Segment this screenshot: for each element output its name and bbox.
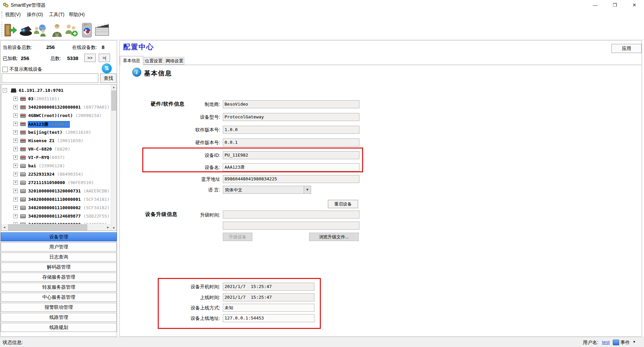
menu-view[interactable]: 视图(V) [5, 12, 21, 18]
tree-row[interactable]: + 27211151050000 (96FE0510) [1, 179, 111, 186]
apply-button[interactable]: 应用 [611, 44, 642, 53]
upgrade-file-field[interactable] [223, 222, 359, 230]
tree-row[interactable]: + 03(20031161) [1, 95, 111, 103]
upgrade-device-button[interactable]: 升级设备 [223, 233, 252, 241]
event-chevron-down-icon[interactable]: ▾ [633, 340, 635, 344]
sw-version-field[interactable]: 1.0.0 [223, 126, 359, 134]
exit-icon[interactable] [3, 22, 17, 38]
bluetooth-field[interactable]: 89860448041980834225 [223, 175, 359, 183]
tree-row-root[interactable]: − 61.191.27.18:9701 [1, 87, 111, 94]
expand-icon[interactable]: + [13, 138, 18, 143]
count-value: 5338 [67, 55, 78, 61]
tree-row[interactable]: + bai (23996128) [1, 162, 111, 170]
tree-row[interactable]: + beijing(test) (20011610) [1, 129, 111, 136]
video-camera-icon[interactable] [18, 22, 33, 38]
online-addr-field[interactable]: 127.0.0.1:54453 [223, 314, 314, 322]
menu-tools[interactable]: 工具(T) [49, 12, 64, 18]
sidebar-item-user-mgmt[interactable]: 用户管理 [1, 242, 117, 251]
load-more-button[interactable]: >> [84, 54, 96, 62]
maximize-button[interactable]: ❐ [605, 0, 625, 10]
tree-row[interactable]: + 34020000001124609877 (5DD22F55) [1, 213, 111, 220]
tab-location-settings[interactable]: 位置设置 [144, 57, 163, 65]
boot-time-field[interactable]: 2021/1/7 15:25:47 [223, 283, 314, 291]
tab-basic-info[interactable]: 基本信息 [120, 56, 143, 65]
expand-icon[interactable]: + [13, 214, 18, 218]
minimize-button[interactable]: — [586, 0, 605, 10]
language-select[interactable]: 简体中文 ▼ [223, 186, 311, 194]
tree-hscrollbar[interactable]: ◄ ► [1, 224, 111, 231]
expand-icon[interactable]: + [13, 97, 18, 101]
expand-icon[interactable]: + [13, 206, 18, 210]
total-devices-label: 当前设备总数: [3, 45, 32, 51]
tree-row[interactable]: + Hisense Z1 (20011659) [1, 137, 111, 144]
hide-offline-checkbox[interactable] [2, 67, 8, 72]
tree-row[interactable]: + 34020000001320000001 (69779A01) [1, 104, 111, 111]
hw-version-field[interactable]: 0.0.1 [223, 138, 359, 147]
collapse-icon[interactable]: − [3, 88, 7, 93]
expand-icon[interactable]: + [13, 155, 18, 160]
device-tree: − 61.191.27.18:9701 + 03(20031161) + 340… [1, 84, 117, 231]
users-globe-icon[interactable] [33, 22, 48, 38]
sidebar-item-alarm-linkage-mgmt[interactable]: 报警联动管理 [1, 303, 117, 312]
chevron-down-icon[interactable]: ▼ [304, 186, 311, 193]
sw-version-label: 软件版本号: [141, 126, 220, 133]
online-mode-field[interactable]: 未知 [223, 304, 314, 312]
sidebar-item-forward-server-mgmt[interactable]: 转发服务器管理 [1, 283, 117, 292]
tree-row-selected[interactable]: + AAA123唐(11E982) [1, 120, 111, 128]
clapperboard-icon[interactable] [94, 22, 110, 38]
menu-operate[interactable]: 操作(O) [27, 12, 43, 18]
tree-row[interactable]: + 2252931924 (86490354) [1, 171, 111, 178]
upgrade-time-field[interactable] [223, 211, 359, 219]
sidebar-item-decoder-mgmt[interactable]: 解码器管理 [1, 263, 117, 272]
scroll-down-icon[interactable]: ▼ [111, 226, 116, 230]
scroll-right-icon[interactable]: ► [106, 226, 110, 229]
expand-icon[interactable]: + [13, 180, 18, 185]
expand-icon[interactable]: + [13, 130, 18, 134]
online-time-field[interactable]: 2021/1/7 15:25:47 [223, 293, 314, 301]
tree-row[interactable]: + 4GBWC(root)(root) (20098234) [1, 112, 111, 119]
manufacturer-field[interactable]: BesoVideo [223, 100, 359, 108]
expand-icon[interactable]: + [13, 197, 18, 201]
user-icon[interactable] [50, 22, 64, 38]
username-link[interactable]: test [602, 340, 610, 345]
expand-icon[interactable]: + [13, 122, 18, 126]
expand-icon[interactable]: + [13, 189, 18, 193]
tab-network-settings[interactable]: 网络设置 [165, 57, 184, 65]
sidebar-item-line-planning[interactable]: 线路规划 [1, 323, 117, 332]
bluetooth-label: 蓝牙地址 [141, 176, 220, 182]
expand-icon[interactable]: + [13, 105, 18, 109]
restart-device-button[interactable]: 重启设备 [328, 200, 358, 208]
menu-help[interactable]: 帮助(H) [69, 12, 85, 18]
load-all-button[interactable]: >| [99, 54, 110, 62]
tree-row[interactable]: + 34020000001110000001 (5CF34181) [1, 196, 111, 203]
tree-row[interactable]: + 34020000001110000002 (5CF34182) [1, 204, 111, 212]
scroll-left-icon[interactable]: ◄ [2, 226, 7, 229]
hscroll-thumb[interactable] [8, 224, 87, 230]
sidebar-item-log-query[interactable]: 日志查询 [1, 252, 117, 262]
tree-vscrollbar[interactable]: ▲ ▼ [111, 84, 116, 231]
sidebar-item-device-mgmt[interactable]: 设备管理 [1, 232, 117, 241]
search-button[interactable]: 查找 [100, 73, 116, 83]
expand-icon[interactable]: + [13, 113, 18, 118]
close-button[interactable]: ✕ [625, 0, 644, 10]
smarteye-viewer-icon[interactable] [80, 22, 94, 38]
tree-row[interactable]: + VH-C-6820 (6820) [1, 146, 111, 153]
expand-icon[interactable]: + [13, 147, 18, 151]
tree-row-partial[interactable]: + 34020000001400000000 (644FE92) [1, 221, 111, 224]
expand-icon[interactable]: + [13, 172, 18, 176]
tree-row[interactable]: + 32010000001320000731 (AAEE9CDB) [1, 187, 111, 195]
sidebar-item-storage-server-mgmt[interactable]: 存储服务器管理 [1, 273, 117, 282]
sidebar-item-line-mgmt[interactable]: 线路管理 [1, 313, 117, 322]
model-field[interactable]: ProtocolGateway [223, 113, 359, 121]
device-name-field[interactable]: AAA123唐 [223, 163, 359, 171]
sidebar-item-center-server-mgmt[interactable]: 中心服务器管理 [1, 293, 117, 302]
scroll-up-icon[interactable]: ▲ [111, 85, 116, 89]
expand-icon[interactable]: + [13, 164, 18, 168]
add-users-icon[interactable] [64, 22, 79, 38]
search-input[interactable] [2, 73, 98, 83]
tree-row[interactable]: + VI-F-RYQ(6937) [1, 154, 111, 161]
vscroll-thumb[interactable] [111, 91, 116, 111]
device-id-field[interactable]: PU_11E982 [223, 151, 359, 159]
sort-icon[interactable]: ⇅ [102, 63, 112, 73]
browse-upgrade-file-button[interactable]: 浏览升级文件... [309, 233, 359, 241]
